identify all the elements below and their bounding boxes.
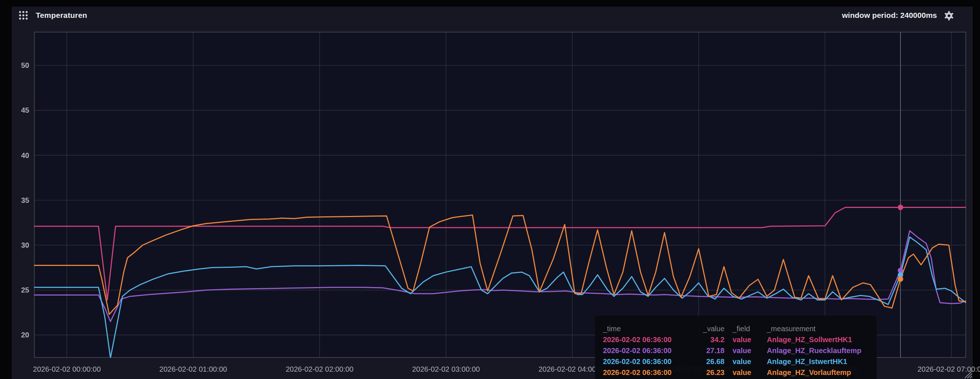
tooltip-col-measurement: _measurement xyxy=(767,325,868,333)
gear-icon[interactable] xyxy=(943,10,955,21)
panel-title: Temperaturen xyxy=(36,11,87,20)
page-background: Temperaturen window period: 240000ms xyxy=(0,0,980,379)
panel-header: Temperaturen window period: 240000ms xyxy=(12,6,973,30)
hover-tooltip: _time _value _field _measurement 2026-02… xyxy=(595,316,877,379)
window-period-label: window period: 240000ms xyxy=(842,11,937,20)
drag-handle-icon[interactable] xyxy=(19,11,28,20)
tooltip-col-time: _time xyxy=(603,325,698,333)
tooltip-col-field: _field xyxy=(724,325,767,333)
resize-handle-icon[interactable] xyxy=(963,369,972,378)
tooltip-col-value: _value xyxy=(698,325,724,333)
